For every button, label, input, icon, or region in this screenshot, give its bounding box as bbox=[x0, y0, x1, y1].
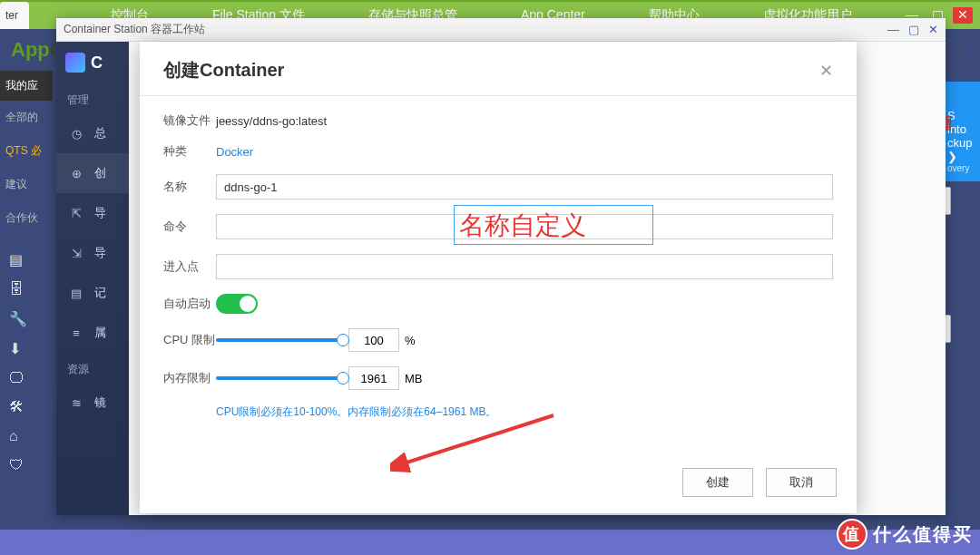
watermark-badge-icon: 值 bbox=[837, 519, 867, 550]
label-mem: 内存限制 bbox=[163, 370, 216, 386]
watermark: 值 什么值得买 bbox=[837, 519, 973, 550]
plus-circle-icon: ⊕ bbox=[67, 167, 85, 180]
download-icon[interactable]: ⬇ bbox=[9, 340, 53, 357]
cs-nav-export[interactable]: ⇱导 bbox=[56, 193, 129, 233]
cs-section-manage: 管理 bbox=[56, 83, 129, 113]
cpu-input[interactable] bbox=[348, 328, 399, 352]
slider-thumb-icon[interactable] bbox=[337, 334, 349, 346]
taskbar bbox=[0, 530, 980, 555]
cs-sidebar: C 管理 ◷总 ⊕创 ⇱导 ⇲导 ▤记 ≡属 资源 ≋镜 bbox=[56, 42, 129, 515]
create-button[interactable]: 创建 bbox=[682, 468, 753, 497]
cancel-button[interactable]: 取消 bbox=[766, 468, 837, 497]
cpu-unit: % bbox=[405, 334, 416, 347]
label-entry: 进入点 bbox=[163, 258, 216, 275]
cs-logo-text: C bbox=[91, 54, 103, 73]
entry-input[interactable] bbox=[216, 254, 833, 279]
label-cmd: 命令 bbox=[163, 219, 216, 235]
monitor-icon[interactable]: 🖵 bbox=[9, 370, 53, 386]
export-icon: ⇱ bbox=[67, 207, 85, 220]
create-container-dialog: 创建Container ✕ 镜像文件 jeessy/ddns-go:latest… bbox=[140, 42, 857, 513]
layers-icon: ≋ bbox=[67, 396, 85, 410]
cs-nav-overview[interactable]: ◷总 bbox=[56, 113, 129, 153]
leftnav-qts[interactable]: QTS 必 bbox=[0, 134, 53, 168]
label-auto: 自动启动 bbox=[163, 296, 216, 312]
leftnav-header: 我的应 bbox=[0, 71, 53, 101]
label-image: 镜像文件 bbox=[163, 112, 216, 129]
slider-thumb-icon[interactable] bbox=[337, 372, 349, 385]
close-icon[interactable]: ✕ bbox=[953, 7, 973, 24]
shield-icon[interactable]: 🛡 bbox=[9, 457, 53, 473]
cmd-input[interactable] bbox=[216, 214, 833, 239]
wrench-icon[interactable]: 🔧 bbox=[9, 310, 53, 327]
cs-nav-create[interactable]: ⊕创 bbox=[56, 153, 129, 193]
import-icon: ⇲ bbox=[67, 247, 85, 260]
label-kind: 种类 bbox=[163, 143, 216, 160]
mem-unit: MB bbox=[405, 372, 423, 385]
dialog-title: 创建Container bbox=[163, 58, 284, 83]
leftnav-all[interactable]: 全部的 bbox=[0, 101, 53, 134]
cs-logo[interactable]: C bbox=[56, 42, 129, 83]
doc-icon: ▤ bbox=[67, 287, 85, 300]
label-cpu: CPU 限制 bbox=[163, 332, 216, 348]
label-name: 名称 bbox=[163, 179, 216, 195]
gauge-icon: ◷ bbox=[67, 127, 85, 141]
dialog-close-icon[interactable]: ✕ bbox=[819, 61, 833, 81]
autostart-toggle[interactable] bbox=[216, 294, 258, 314]
house-icon[interactable]: ⌂ bbox=[9, 428, 53, 444]
appcenter-left-nav: 我的应 全部的 QTS 必 建议 合作伙 ▤ 🗄 🔧 ⬇ 🖵 🛠 ⌂ 🛡 bbox=[0, 71, 53, 473]
mem-input[interactable] bbox=[348, 366, 399, 390]
cs-nav-pref[interactable]: ≡属 bbox=[56, 313, 129, 353]
cs-minimize-icon[interactable]: — bbox=[887, 23, 899, 36]
cs-nav-image[interactable]: ≋镜 bbox=[56, 383, 129, 423]
limit-hint: CPU限制必须在10-100%。内存限制必须在64–1961 MB。 bbox=[216, 404, 833, 420]
cs-maximize-icon[interactable]: ▢ bbox=[908, 23, 919, 36]
cs-titlebar[interactable]: Container Station 容器工作站 — ▢ ✕ bbox=[56, 18, 946, 42]
value-kind[interactable]: Docker bbox=[216, 145, 253, 159]
browser-tab-stub[interactable]: ter bbox=[0, 2, 29, 29]
value-image: jeessy/ddns-go:latest bbox=[216, 114, 327, 128]
cpu-slider[interactable] bbox=[216, 338, 343, 342]
cs-close-icon[interactable]: ✕ bbox=[928, 23, 938, 36]
cs-title: Container Station 容器工作站 bbox=[64, 22, 205, 37]
mem-slider[interactable] bbox=[216, 376, 343, 380]
leftnav-suggest[interactable]: 建议 bbox=[0, 168, 53, 201]
briefcase-icon[interactable]: 🗄 bbox=[9, 281, 53, 297]
disk-icon[interactable]: ▤ bbox=[9, 251, 53, 268]
name-input[interactable] bbox=[216, 174, 833, 200]
sliders-icon: ≡ bbox=[67, 326, 85, 340]
cs-logo-icon bbox=[65, 53, 85, 73]
leftnav-partner[interactable]: 合作伙 bbox=[0, 201, 53, 235]
cs-nav-log[interactable]: ▤记 bbox=[56, 273, 129, 313]
cs-section-res: 资源 bbox=[56, 353, 129, 383]
desktop-root: ter 控制台 File Station 文件 存储与快照总管 App Cent… bbox=[0, 0, 980, 555]
tool-icon[interactable]: 🛠 bbox=[9, 399, 53, 415]
cs-nav-import[interactable]: ⇲导 bbox=[56, 233, 129, 273]
watermark-text: 什么值得买 bbox=[873, 522, 973, 547]
